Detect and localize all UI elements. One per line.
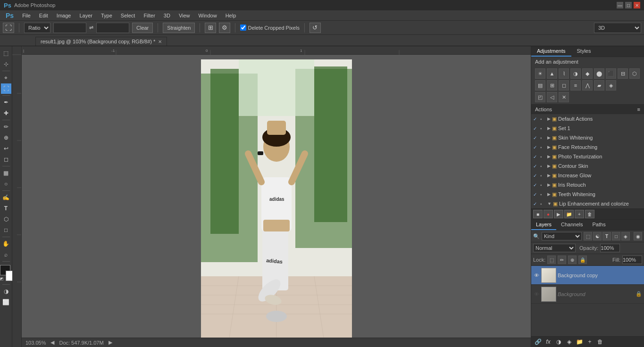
- action-row-glow[interactable]: ✓ ▪ ▶ ▣ Increase Glow: [531, 171, 644, 180]
- layers-tab-layers[interactable]: Layers: [531, 220, 556, 230]
- layers-new-btn[interactable]: +: [585, 338, 594, 346]
- action-expand-1[interactable]: ▶: [547, 126, 551, 131]
- action-row-iris[interactable]: ✓ ▪ ▶ ▣ Iris Retouch: [531, 180, 644, 190]
- layers-group-btn[interactable]: 📁: [575, 338, 584, 346]
- filter-toggle-btn[interactable]: ◉: [634, 232, 642, 240]
- tool-zoom[interactable]: ⌕: [1, 249, 11, 260]
- opacity-input[interactable]: [600, 244, 620, 252]
- layer-eye-bg[interactable]: 👁: [533, 291, 540, 297]
- action-expand-5[interactable]: ▶: [547, 164, 551, 168]
- lock-all-btn[interactable]: 🔒: [578, 256, 587, 264]
- reset-icon[interactable]: ↺: [309, 23, 321, 33]
- fill-input[interactable]: [622, 256, 642, 264]
- layers-tab-paths[interactable]: Paths: [588, 220, 611, 230]
- adj-prev-state[interactable]: ◁: [547, 92, 557, 102]
- tool-gradient[interactable]: ▦: [1, 168, 11, 178]
- minimize-button[interactable]: —: [617, 2, 623, 8]
- menu-filter[interactable]: Filter: [140, 12, 159, 19]
- tool-eyedropper[interactable]: ✒: [1, 97, 11, 107]
- filter-pixel-btn[interactable]: ⬚: [584, 232, 592, 240]
- filter-text-btn[interactable]: T: [602, 232, 611, 240]
- layer-row-bg-copy[interactable]: 👁 Background copy: [531, 266, 644, 285]
- actions-new-action-btn[interactable]: +: [575, 210, 584, 218]
- action-expand-4[interactable]: ▶: [547, 154, 551, 159]
- layers-link-btn[interactable]: 🔗: [533, 338, 543, 346]
- lock-image-btn[interactable]: ✏: [558, 256, 566, 264]
- tool-healing[interactable]: ✚: [1, 108, 11, 118]
- menu-window[interactable]: Window: [195, 12, 221, 19]
- tab-close-button[interactable]: ✕: [158, 39, 162, 44]
- layer-row-bg[interactable]: 👁 Background 🔒: [531, 285, 644, 304]
- adj-threshold[interactable]: ⋀: [582, 80, 593, 91]
- adj-color-lookup[interactable]: ⊞: [547, 80, 557, 91]
- menu-ps[interactable]: Ps: [2, 11, 17, 20]
- adj-vibrance[interactable]: ◆: [582, 68, 593, 79]
- adj-photo-filter[interactable]: ⬡: [629, 68, 640, 79]
- settings-icon[interactable]: ⚙: [219, 23, 230, 33]
- tool-text[interactable]: T: [1, 203, 11, 214]
- adj-hue-sat[interactable]: ⬤: [594, 68, 604, 79]
- adj-bw[interactable]: ⊟: [618, 68, 628, 79]
- menu-help[interactable]: Help: [222, 12, 240, 19]
- action-expand-8[interactable]: ▶: [547, 192, 551, 197]
- action-row-lip[interactable]: ✓ ▪ ▼ ▣ Lip Enhancement and colorize: [531, 199, 644, 208]
- menu-image[interactable]: Image: [53, 12, 75, 19]
- action-expand-0[interactable]: ▶: [547, 116, 551, 121]
- swap-icon[interactable]: ⇌: [89, 25, 93, 31]
- tool-lasso[interactable]: ⌖: [1, 73, 11, 83]
- actions-stop-btn[interactable]: ■: [533, 210, 543, 218]
- adj-channel-mixer[interactable]: ▤: [535, 80, 545, 91]
- tool-marquee-rect[interactable]: ⬚: [1, 48, 11, 58]
- menu-3d[interactable]: 3D: [160, 12, 174, 19]
- tool-crop[interactable]: ⛶: [1, 83, 11, 94]
- adj-delete[interactable]: ✕: [559, 92, 569, 102]
- filter-shape-btn[interactable]: □: [612, 232, 620, 240]
- actions-delete-btn[interactable]: 🗑: [585, 210, 594, 218]
- adjustments-tab[interactable]: Adjustments: [531, 46, 571, 57]
- menu-layer[interactable]: Layer: [75, 12, 96, 19]
- tool-dodge[interactable]: ○: [1, 179, 11, 189]
- 3d-select[interactable]: 3D: [594, 23, 641, 33]
- clear-button[interactable]: Clear: [132, 23, 153, 33]
- adj-exposure[interactable]: ◑: [570, 68, 581, 79]
- action-row-set1[interactable]: ✓ ▪ ▶ ▣ Set 1: [531, 124, 644, 133]
- adj-invert[interactable]: ◻: [559, 80, 569, 91]
- maximize-button[interactable]: □: [625, 2, 632, 8]
- action-row-teeth[interactable]: ✓ ▪ ▶ ▣ Teeth Whitening: [531, 190, 644, 199]
- lock-transparent-btn[interactable]: ⬚: [547, 256, 556, 264]
- layers-mask-btn[interactable]: ◑: [554, 338, 563, 346]
- filter-smart-btn[interactable]: ◈: [621, 232, 630, 240]
- status-arrow-right[interactable]: ▶: [109, 339, 112, 346]
- height-input[interactable]: [96, 23, 129, 33]
- delete-cropped-checkbox[interactable]: [240, 25, 246, 31]
- straighten-button[interactable]: Straighten: [163, 23, 195, 33]
- action-row-default[interactable]: ✓ ▪ ▶ ▣ Default Actions: [531, 114, 644, 124]
- menu-select[interactable]: Select: [117, 12, 139, 19]
- action-expand-9[interactable]: ▼: [547, 201, 552, 206]
- adj-levels[interactable]: ▲: [547, 68, 557, 79]
- tool-pen[interactable]: ✍: [1, 192, 11, 203]
- action-expand-3[interactable]: ▶: [547, 145, 551, 149]
- actions-record-btn[interactable]: ●: [544, 210, 553, 218]
- layers-delete-btn[interactable]: 🗑: [595, 338, 605, 346]
- layers-tab-channels[interactable]: Channels: [556, 220, 587, 230]
- menu-file[interactable]: File: [18, 12, 34, 19]
- menu-edit[interactable]: Edit: [35, 12, 52, 19]
- menu-view[interactable]: View: [175, 12, 194, 19]
- tool-eraser[interactable]: ◻: [1, 154, 11, 165]
- adj-brightness[interactable]: ☀: [535, 68, 545, 79]
- layer-eye-bg-copy[interactable]: 👁: [533, 273, 540, 278]
- lock-position-btn[interactable]: ⊕: [568, 256, 577, 264]
- tool-history-brush[interactable]: ↩: [1, 143, 11, 154]
- tool-clone[interactable]: ⊕: [1, 132, 11, 143]
- action-row-skin[interactable]: ✓ ▪ ▶ ▣ Skin Whitening: [531, 133, 644, 142]
- layers-kind-select[interactable]: Kind: [542, 232, 582, 240]
- active-tab[interactable]: result1.jpg @ 103% (Background copy, RGB…: [35, 37, 167, 46]
- tool-quick-mask[interactable]: ◑: [1, 286, 11, 297]
- actions-menu-icon[interactable]: ≡: [637, 107, 640, 112]
- tool-hand[interactable]: ✋: [1, 239, 11, 249]
- styles-tab[interactable]: Styles: [571, 46, 597, 57]
- action-row-photo[interactable]: ✓ ▪ ▶ ▣ Photo Texturization: [531, 152, 644, 161]
- adj-curves[interactable]: ⌇: [559, 68, 569, 79]
- reset-colors-icon[interactable]: ◩: [0, 277, 4, 281]
